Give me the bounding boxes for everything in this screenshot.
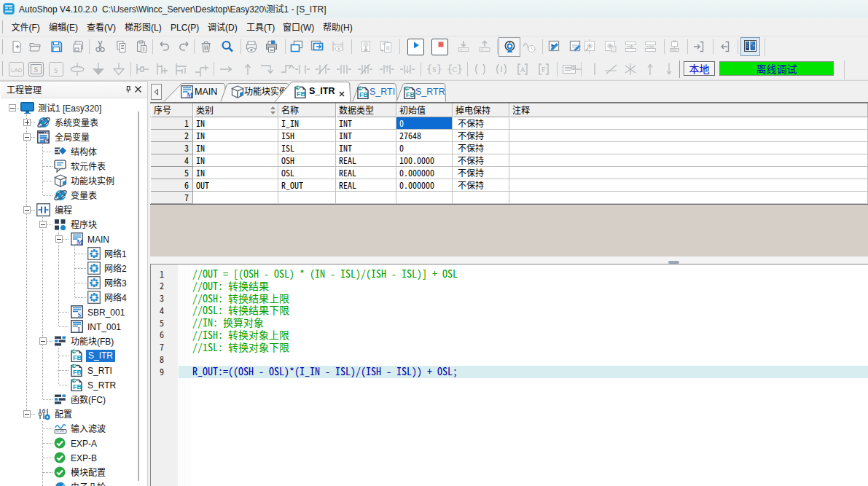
svg-text:FB: FB xyxy=(73,354,82,361)
svg-text:FB: FB xyxy=(297,90,305,98)
svg-text:S: S xyxy=(54,66,58,74)
svg-text:C: C xyxy=(453,66,458,74)
svg-text:FB: FB xyxy=(73,369,82,376)
svg-text:S: S xyxy=(432,66,437,74)
svg-text:FB: FB xyxy=(73,383,82,391)
svg-text:LAD: LAD xyxy=(11,67,23,74)
svg-text:FB: FB xyxy=(359,91,368,98)
svg-text:TEST: TEST xyxy=(670,49,678,52)
svg-text:S: S xyxy=(78,311,82,318)
svg-text:FB: FB xyxy=(406,91,415,98)
svg-text:S: S xyxy=(34,66,39,74)
svg-text:M: M xyxy=(76,238,84,246)
svg-text:M: M xyxy=(186,91,194,98)
svg-text:A: A xyxy=(520,66,526,74)
svg-text:F: F xyxy=(541,66,546,74)
